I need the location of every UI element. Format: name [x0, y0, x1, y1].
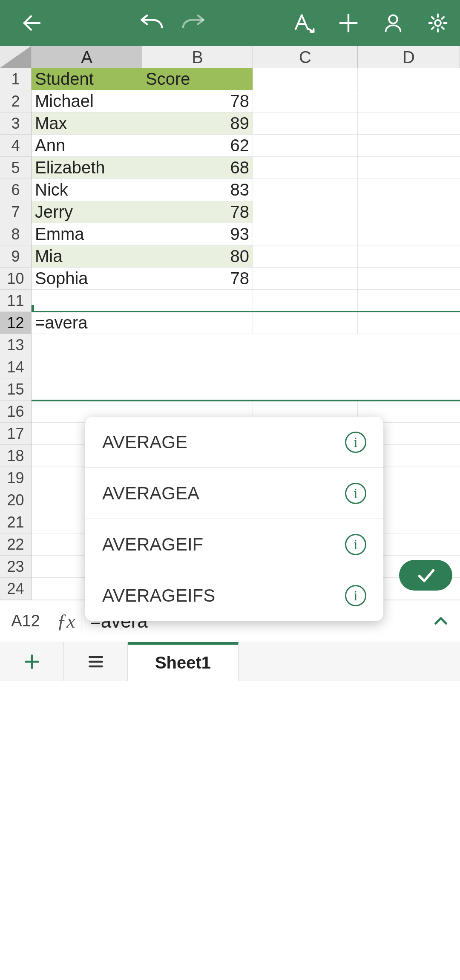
cell[interactable] — [253, 290, 358, 312]
undo-icon[interactable] — [138, 10, 164, 36]
cell[interactable] — [253, 90, 358, 112]
row-header[interactable]: 12 — [0, 312, 32, 334]
autocomplete-item[interactable]: AVERAGE i — [85, 417, 383, 468]
row-header[interactable]: 9 — [0, 245, 32, 268]
cell[interactable] — [358, 312, 460, 334]
cell[interactable] — [358, 245, 460, 268]
row-header[interactable]: 21 — [0, 511, 32, 533]
column-header-b[interactable]: B — [142, 46, 253, 68]
formula-bar-cell-ref[interactable]: A12 — [0, 612, 51, 630]
row-header[interactable]: 4 — [0, 135, 32, 157]
column-header-d[interactable]: D — [358, 46, 460, 68]
column-header-a[interactable]: A — [32, 46, 142, 68]
row-header[interactable]: 14 — [0, 356, 32, 378]
cell[interactable] — [358, 223, 460, 245]
cell[interactable] — [253, 356, 358, 378]
cell[interactable] — [142, 356, 253, 378]
cell[interactable] — [253, 157, 358, 179]
cell[interactable] — [253, 135, 358, 157]
fx-icon[interactable]: ƒx — [51, 610, 81, 632]
sheets-menu-button[interactable] — [64, 642, 128, 681]
cell[interactable]: 80 — [142, 245, 253, 268]
autocomplete-item[interactable]: AVERAGEA i — [85, 468, 383, 519]
row-header[interactable]: 16 — [0, 401, 32, 423]
cell[interactable] — [253, 68, 358, 90]
editing-cell[interactable]: =avera — [32, 312, 142, 334]
cell[interactable]: Sophia — [32, 268, 142, 290]
cell[interactable] — [142, 334, 253, 356]
cell[interactable]: 83 — [142, 179, 253, 201]
info-icon[interactable]: i — [345, 585, 366, 606]
cell[interactable] — [32, 290, 142, 312]
cell[interactable] — [358, 90, 460, 112]
row-header[interactable]: 1 — [0, 68, 32, 90]
cell[interactable] — [253, 223, 358, 245]
cell[interactable] — [253, 334, 358, 356]
cell[interactable] — [142, 312, 253, 334]
row-header[interactable]: 19 — [0, 467, 32, 489]
row-header[interactable]: 20 — [0, 489, 32, 511]
cell[interactable] — [358, 334, 460, 356]
cell[interactable]: Michael — [32, 90, 142, 112]
cell[interactable]: 78 — [142, 268, 253, 290]
row-header[interactable]: 15 — [0, 378, 32, 401]
cell[interactable] — [253, 201, 358, 223]
autocomplete-item[interactable]: AVERAGEIF i — [85, 519, 383, 570]
back-icon[interactable] — [19, 10, 45, 36]
cell[interactable] — [253, 112, 358, 135]
row-header[interactable]: 11 — [0, 290, 32, 312]
cell[interactable] — [358, 135, 460, 157]
row-header[interactable]: 7 — [0, 201, 32, 223]
cell[interactable] — [358, 356, 460, 378]
cell[interactable]: Elizabeth — [32, 157, 142, 179]
row-header[interactable]: 18 — [0, 445, 32, 467]
info-icon[interactable]: i — [345, 534, 366, 555]
select-all-corner[interactable] — [0, 46, 32, 68]
cell[interactable] — [358, 290, 460, 312]
row-header[interactable]: 22 — [0, 533, 32, 556]
cell[interactable] — [253, 179, 358, 201]
spreadsheet-grid[interactable]: 1 Student Score 2 Michael 78 3 Max 89 4 … — [0, 68, 460, 600]
row-header[interactable]: 3 — [0, 112, 32, 135]
font-style-icon[interactable] — [291, 10, 316, 36]
row-header[interactable]: 6 — [0, 179, 32, 201]
settings-icon[interactable] — [425, 10, 451, 36]
expand-formula-bar-icon[interactable] — [422, 612, 460, 630]
redo-icon[interactable] — [181, 10, 207, 36]
cell[interactable] — [253, 378, 358, 401]
cell[interactable]: 93 — [142, 223, 253, 245]
cell[interactable] — [32, 356, 142, 378]
cell[interactable]: 78 — [142, 201, 253, 223]
sheet-tab-active[interactable]: Sheet1 — [128, 642, 239, 681]
cell[interactable] — [358, 68, 460, 90]
cell[interactable] — [253, 268, 358, 290]
cell[interactable]: 78 — [142, 90, 253, 112]
row-header[interactable]: 2 — [0, 90, 32, 112]
cell[interactable] — [358, 201, 460, 223]
cell[interactable]: Score — [142, 68, 253, 90]
cell[interactable] — [253, 245, 358, 268]
info-icon[interactable]: i — [345, 432, 366, 453]
cell[interactable]: Student — [32, 68, 142, 90]
cell[interactable]: 62 — [142, 135, 253, 157]
cell[interactable] — [358, 179, 460, 201]
row-header[interactable]: 8 — [0, 223, 32, 245]
confirm-check-button[interactable] — [399, 560, 452, 591]
row-header[interactable]: 10 — [0, 268, 32, 290]
cell[interactable]: Mia — [32, 245, 142, 268]
cell[interactable]: Jerry — [32, 201, 142, 223]
column-header-c[interactable]: C — [253, 46, 358, 68]
cell[interactable] — [32, 334, 142, 356]
add-icon[interactable] — [336, 10, 361, 36]
cell[interactable] — [32, 378, 142, 401]
cell[interactable]: Ann — [32, 135, 142, 157]
cell[interactable] — [142, 378, 253, 401]
row-header[interactable]: 24 — [0, 578, 32, 600]
row-header[interactable]: 5 — [0, 157, 32, 179]
row-header[interactable]: 13 — [0, 334, 32, 356]
user-icon[interactable] — [380, 10, 406, 36]
cell[interactable]: Nick — [32, 179, 142, 201]
cell[interactable]: 89 — [142, 112, 253, 135]
info-icon[interactable]: i — [345, 483, 366, 504]
add-sheet-button[interactable] — [0, 642, 64, 681]
